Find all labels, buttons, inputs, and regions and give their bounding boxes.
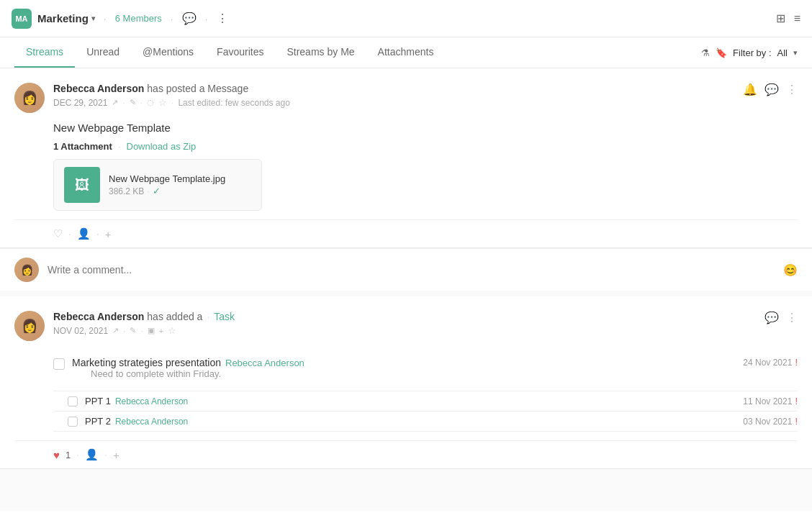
post-action-text-2: has added a: [147, 311, 202, 322]
bell-icon-1[interactable]: 🔔: [743, 83, 757, 96]
tab-mentions[interactable]: @Mentions: [131, 37, 205, 68]
comment-input-1[interactable]: [48, 261, 775, 278]
avatar-image-1: 👩: [14, 83, 45, 113]
topbar-left: MA Marketing ▾ · 6 Members · 💬 · ⋮: [12, 9, 776, 29]
tabs-bar: Streams Unread @Mentions Favourites Stre…: [0, 37, 812, 68]
post-date-2: NOV 02, 2021: [53, 326, 108, 336]
more-icon-2[interactable]: ⋮: [786, 311, 798, 324]
subtask-due-2: 03 Nov 2021 !: [743, 416, 798, 427]
comment-input-wrapper-1: [48, 261, 775, 278]
attachment-count-1: 1 Attachment: [53, 141, 112, 152]
edit-icon-2[interactable]: ✎: [130, 326, 136, 335]
task-link-2[interactable]: Task: [214, 311, 235, 322]
task-name-main: Marketing strategies presentation Rebecc…: [72, 357, 736, 368]
last-edited-1: Last edited: few seconds ago: [178, 98, 289, 108]
avatar-1: 👩: [14, 83, 45, 113]
subtask-item-2: PPT 2 Rebecca Anderson 03 Nov 2021 !: [53, 412, 798, 432]
reply-icon-2[interactable]: 💬: [764, 311, 779, 324]
filter-label: Filter by :: [733, 47, 771, 58]
comment-avatar-1: 👩: [14, 258, 39, 282]
check-icon-1: ✓: [153, 186, 161, 196]
star-icon-2[interactable]: ☆: [168, 325, 176, 336]
more-icon-1[interactable]: ⋮: [786, 83, 798, 96]
post-author-line-1: Rebecca Anderson has posted a Message: [53, 83, 734, 94]
attachment-thumbnail-1: 🖼: [64, 167, 100, 203]
add-reaction-button-1[interactable]: +: [105, 228, 112, 240]
post-header-1: 👩 Rebecca Anderson has posted a Message …: [14, 83, 798, 113]
reaction-sep-2: ·: [96, 228, 99, 240]
subtask-item-1: PPT 1 Rebecca Anderson 11 Nov 2021 !: [53, 391, 798, 412]
task-due-main: 24 Nov 2021 !: [743, 357, 798, 368]
star-icon-1[interactable]: ☆: [158, 97, 167, 108]
post-date-row-1: DEC 29, 2021 ↗ · ✎ · ◌ ☆ · Last edited: …: [53, 97, 734, 108]
dot-sep-file: ·: [147, 186, 149, 196]
post-card-2: 👩 Rebecca Anderson has added a · Task NO…: [0, 296, 812, 469]
chevron-down-icon: ▾: [91, 14, 95, 22]
post-date-1: DEC 29, 2021: [53, 98, 107, 108]
reply-icon-1[interactable]: 💬: [764, 83, 779, 96]
tab-streams[interactable]: Streams: [14, 37, 75, 68]
subtask-due-1: 11 Nov 2021 !: [743, 396, 798, 406]
more-options-icon[interactable]: ⋮: [217, 12, 228, 25]
external-link-icon-2[interactable]: ↗: [112, 326, 119, 335]
separator2: ·: [171, 13, 173, 24]
like-button-2[interactable]: ♥: [53, 449, 60, 461]
tab-unread[interactable]: Unread: [75, 37, 131, 68]
members-link[interactable]: 6 Members: [115, 13, 162, 24]
filter-value[interactable]: All: [777, 47, 788, 58]
dot-sep-4: ·: [123, 326, 125, 336]
like-button-1[interactable]: ♡: [53, 227, 63, 240]
subtask-assignee-2[interactable]: Rebecca Anderson: [115, 417, 188, 427]
tab-attachments[interactable]: Attachments: [366, 37, 446, 68]
attachment-card-1[interactable]: 🖼 New Webpage Template.jpg 386.2 KB · ✓: [53, 159, 262, 211]
subtask-checkbox-2[interactable]: [68, 417, 78, 427]
task-square-icon[interactable]: ▣: [148, 326, 155, 335]
task-checkbox-main[interactable]: [53, 358, 65, 370]
separator: ·: [104, 13, 107, 24]
chat-icon[interactable]: 💬: [182, 12, 197, 25]
dot-sep-1: ·: [122, 98, 125, 108]
external-link-icon-1[interactable]: ↗: [112, 98, 118, 107]
filter-icon[interactable]: ⚗: [701, 47, 710, 58]
comment-box-1: 👩 😊: [0, 248, 812, 291]
post-reactions-2: ♥ 1 · 👤 · +: [14, 440, 798, 468]
dislike-icon-1[interactable]: ◌: [147, 98, 154, 107]
post-author-1: Rebecca Anderson: [53, 83, 144, 94]
emoji-icon-1[interactable]: 😊: [783, 263, 798, 277]
post-action-text-1: has posted a Message: [147, 83, 248, 94]
dot-sep-5: ·: [140, 326, 143, 336]
task-assignee-main[interactable]: Rebecca Anderson: [225, 358, 304, 368]
grid-view-icon[interactable]: ⊞: [776, 12, 785, 25]
mention-button-2[interactable]: 👤: [85, 448, 99, 461]
workspace-name-button[interactable]: Marketing ▾: [37, 12, 95, 24]
reaction-sep-4: ·: [104, 449, 107, 460]
menu-icon[interactable]: ≡: [794, 12, 800, 25]
task-content-main: Marketing strategies presentation Rebecc…: [72, 357, 736, 383]
download-link-1[interactable]: Download as Zip: [127, 141, 197, 152]
filter-chevron-icon[interactable]: ▾: [793, 48, 798, 58]
add-reaction-button-2[interactable]: +: [113, 449, 119, 461]
post-card-1: 👩 Rebecca Anderson has posted a Message …: [0, 68, 812, 248]
subtask-assignee-1[interactable]: Rebecca Anderson: [115, 396, 188, 406]
like-count-2: 1: [66, 450, 71, 460]
separator3: ·: [205, 13, 208, 24]
post-reactions-1: ♡ · 👤 · +: [14, 219, 798, 247]
file-size-1: 386.2 KB · ✓: [109, 186, 225, 196]
tab-streams-by-me[interactable]: Streams by Me: [275, 37, 366, 68]
post-body-1: New Webpage Template 1 Attachment · Down…: [53, 122, 798, 211]
avatar-2: 👩: [14, 311, 45, 341]
edit-icon-1[interactable]: ✎: [130, 98, 136, 107]
filter-bookmark-icon[interactable]: 🔖: [716, 47, 727, 58]
post-meta-2: Rebecca Anderson has added a · Task NOV …: [53, 311, 756, 336]
subtask-checkbox-1[interactable]: [68, 396, 78, 406]
add-icon-2[interactable]: +: [159, 327, 163, 335]
tab-favourites[interactable]: Favourites: [205, 37, 275, 68]
workspace-avatar: MA: [12, 9, 32, 29]
tabs-right-controls: ⚗ 🔖 Filter by : All ▾: [701, 47, 798, 58]
post-title-1: New Webpage Template: [53, 122, 798, 134]
attachment-details-1: New Webpage Template.jpg 386.2 KB · ✓: [109, 173, 225, 196]
dot-sep-3: ·: [171, 98, 173, 108]
mention-button-1[interactable]: 👤: [77, 227, 91, 240]
post-author-2: Rebecca Anderson: [53, 311, 144, 322]
topbar-right-icons: ⊞ ≡: [776, 12, 800, 25]
